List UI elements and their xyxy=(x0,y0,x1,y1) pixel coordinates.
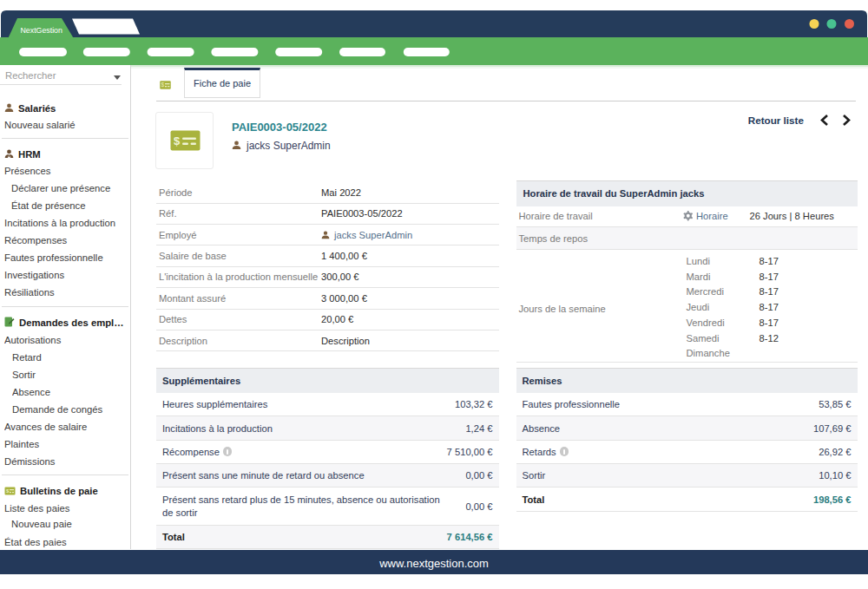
svg-text:NextGestion: NextGestion xyxy=(21,26,63,35)
svg-text:$: $ xyxy=(174,134,181,147)
svg-text:$: $ xyxy=(161,82,165,88)
